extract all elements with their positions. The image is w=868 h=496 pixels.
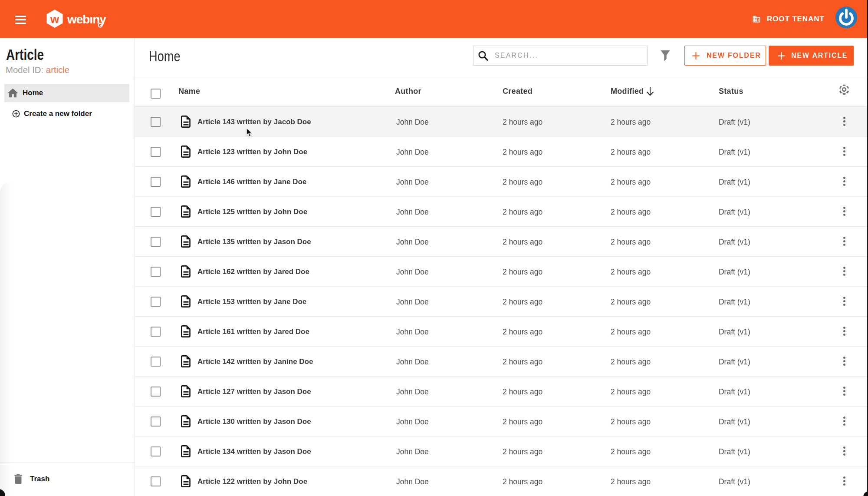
svg-text:webıny: webıny (67, 13, 106, 26)
svg-text:w: w (50, 13, 59, 26)
